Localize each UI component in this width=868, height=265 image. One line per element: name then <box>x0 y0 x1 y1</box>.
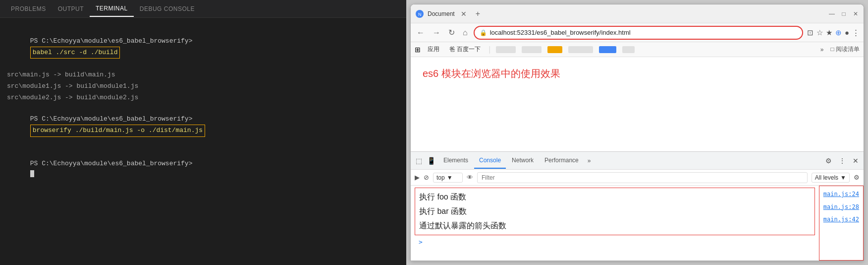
addressbar-actions: ⊡ ☆ ★ ⊕ ● ⋮ <box>807 28 860 37</box>
refresh-btn[interactable]: ↻ <box>446 27 457 38</box>
term-prompt-2: PS C:\Echoyya\module\es6_babel_browserif… <box>30 115 193 123</box>
browser-addressbar: ← → ↻ ⌂ 🔒 localhost:52331/es6_babel_brow… <box>411 23 864 42</box>
run-icon[interactable]: ▶ <box>415 174 420 181</box>
context-dropdown-icon: ▼ <box>447 174 453 181</box>
tab-console[interactable]: Console <box>474 153 506 169</box>
device-icon[interactable]: 📱 <box>425 155 437 167</box>
profile-icon[interactable]: ● <box>845 28 849 37</box>
titlebar-left: N Document ✕ + <box>416 9 483 18</box>
new-tab-btn[interactable]: + <box>473 9 483 18</box>
term-line-3: src\module1.js -> build\module1.js <box>7 81 399 92</box>
forward-btn[interactable]: → <box>431 27 442 38</box>
browser-tab-title: Document <box>428 10 455 17</box>
address-box[interactable]: 🔒 localhost:52331/es6_babel_browserify/i… <box>474 26 803 40</box>
term-line-1: PS C:\Echoyya\module\es6_babel_browserif… <box>7 26 399 69</box>
console-msg-2: 执行 bar 函数 <box>419 204 811 219</box>
terminal-content: PS C:\Echoyya\module\es6_babel_browserif… <box>0 18 406 265</box>
console-link-2[interactable]: main.js:28 <box>823 202 859 213</box>
address-text: localhost:52331/es6_babel_browserify/ind… <box>490 29 797 36</box>
console-msg-1: 执行 foo 函数 <box>419 190 811 204</box>
browser-favicon: N <box>416 10 424 18</box>
tab-output[interactable]: OUTPUT <box>52 1 90 16</box>
window-close-btn[interactable]: ✕ <box>853 11 859 17</box>
term-line-6: PS C:\Echoyya\module\es6_babel_browserif… <box>7 148 399 190</box>
bookmark-apps[interactable]: 应用 <box>425 44 442 55</box>
ext-icon-2[interactable]: ⊕ <box>835 28 842 37</box>
term-prompt-3: PS C:\Echoyya\module\es6_babel_browserif… <box>30 160 193 167</box>
tab-close-btn[interactable]: ✕ <box>459 10 469 18</box>
window-maximize-btn[interactable]: □ <box>841 11 847 17</box>
browser-window: N Document ✕ + — □ ✕ ← → ↻ ⌂ 🔒 localhost… <box>410 4 864 261</box>
term-line-4: src\module2.js -> build\module2.js <box>7 93 399 103</box>
browser-page: es6 模块在浏览器中的使用效果 <box>411 57 864 151</box>
svg-text:N: N <box>418 12 422 17</box>
tab-debug-console[interactable]: DEBUG CONSOLE <box>134 1 201 16</box>
window-minimize-btn[interactable]: — <box>829 11 835 17</box>
tab-performance[interactable]: Performance <box>540 153 584 169</box>
terminal-tabs: PROBLEMS OUTPUT TERMINAL DEBUG CONSOLE <box>0 0 406 18</box>
term-prompt-1: PS C:\Echoyya\module\es6_babel_browserif… <box>30 37 193 45</box>
console-link-1[interactable]: main.js:24 <box>823 189 859 200</box>
devtools-panel: ⬚ 📱 Elements Console Network Performance… <box>411 151 864 261</box>
tab-elements[interactable]: Elements <box>438 153 473 169</box>
cast-icon[interactable]: ⊡ <box>807 28 814 37</box>
home-btn[interactable]: ⌂ <box>461 27 470 38</box>
inspect-icon[interactable]: ⬚ <box>414 155 424 167</box>
console-content: 执行 foo 函数 执行 bar 函数 通过默认暴露的箭头函数 > main.j… <box>411 186 864 261</box>
console-links-box: main.js:24 main.js:28 main.js:42 <box>819 186 864 261</box>
toolbar-settings-icon[interactable]: ⚙ <box>854 174 860 181</box>
bookmark-more[interactable]: » □ 阅读清单 <box>820 45 860 54</box>
terminal-panel: PROBLEMS OUTPUT TERMINAL DEBUG CONSOLE P… <box>0 0 406 265</box>
console-msg-3: 通过默认暴露的箭头函数 <box>419 219 811 233</box>
devtools-close-icon[interactable]: ✕ <box>851 155 861 167</box>
devtools-settings-icon[interactable]: ⚙ <box>823 155 834 167</box>
stop-icon[interactable]: ⊘ <box>424 174 429 181</box>
console-messages-box: 执行 foo 函数 执行 bar 函数 通过默认暴露的箭头函数 <box>415 188 815 235</box>
devtools-tabs: ⬚ 📱 Elements Console Network Performance… <box>411 152 864 170</box>
filter-input[interactable] <box>477 172 808 183</box>
tab-problems[interactable]: PROBLEMS <box>5 1 52 16</box>
devtools-actions: ⚙ ⋮ ✕ <box>823 155 861 167</box>
eye-icon[interactable]: 👁 <box>467 174 473 181</box>
bookmark-icon[interactable]: ☆ <box>816 28 823 37</box>
bookmark-baidu[interactable]: 爸 百度一下 <box>446 44 484 55</box>
browser-bookmarks: ⊞ 应用 爸 百度一下 | » □ 阅读清单 <box>411 42 864 57</box>
devtools-menu-icon[interactable]: ⋮ <box>837 155 848 167</box>
levels-selector[interactable]: All levels ▼ <box>812 173 850 183</box>
back-btn[interactable]: ← <box>415 27 427 38</box>
page-heading: es6 模块在浏览器中的使用效果 <box>423 67 852 80</box>
url-text: localhost:52331/es6_babel_browserify/ind… <box>490 29 631 36</box>
levels-dropdown-icon: ▼ <box>840 174 846 181</box>
lock-icon: 🔒 <box>480 29 487 36</box>
term-line-5: PS C:\Echoyya\module\es6_babel_browserif… <box>7 104 399 147</box>
term-command-1: babel ./src -d ./build <box>30 47 120 59</box>
term-line-2: src\main.js -> build\main.js <box>7 70 399 80</box>
browser-titlebar: N Document ✕ + — □ ✕ <box>411 4 864 23</box>
menu-icon[interactable]: ⋮ <box>852 28 860 37</box>
tab-terminal[interactable]: TERMINAL <box>90 1 134 17</box>
devtools-toolbar: ▶ ⊘ top ▼ 👁 All levels ▼ ⚙ <box>411 170 864 186</box>
devtools-more[interactable]: » <box>585 155 594 166</box>
titlebar-right: — □ ✕ <box>829 11 859 17</box>
context-selector[interactable]: top ▼ <box>433 173 463 183</box>
apps-icon[interactable]: ⊞ <box>415 46 421 54</box>
term-command-2: browserify ./build/main.js -o ./dist/mai… <box>30 125 205 137</box>
levels-value: All levels <box>815 174 838 181</box>
context-value: top <box>436 174 445 181</box>
console-caret-row: > <box>415 237 815 247</box>
ext-icon-1[interactable]: ★ <box>826 28 832 37</box>
browser-panel: N Document ✕ + — □ ✕ ← → ↻ ⌂ 🔒 localhost… <box>406 0 868 265</box>
console-link-3[interactable]: main.js:42 <box>823 214 859 225</box>
term-cursor <box>30 170 34 177</box>
tab-network[interactable]: Network <box>507 153 539 169</box>
console-caret: > <box>419 238 423 246</box>
